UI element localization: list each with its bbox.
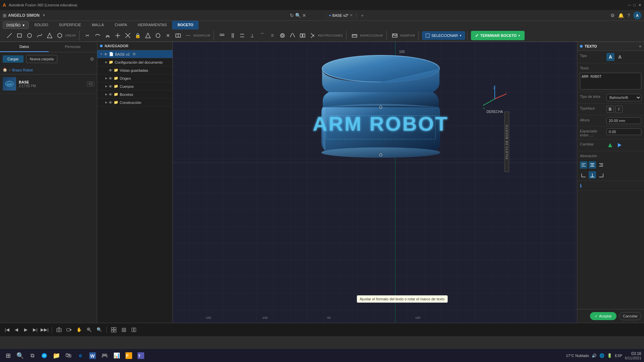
align-bottom-center-btn[interactable] <box>589 171 596 179</box>
lock-tool[interactable]: 🔒 <box>133 31 143 40</box>
minimize-btn[interactable]: ─ <box>628 3 631 7</box>
horizontal-tool[interactable] <box>217 31 227 40</box>
nav-eye-origen-icon[interactable]: 👁 <box>109 76 112 80</box>
tab-close-icon[interactable]: ✕ <box>350 13 353 17</box>
settings-icon[interactable]: ⚙ <box>610 13 615 18</box>
nav-eye-icon[interactable]: 👁 <box>104 52 108 56</box>
tab-herramientas[interactable]: HERRAMIENTAS <box>132 21 172 29</box>
teams-icon[interactable]: T <box>136 350 146 361</box>
perpendicular-tool[interactable]: ⊥ <box>248 31 257 40</box>
fusion-taskbar-icon[interactable]: F <box>123 350 134 361</box>
cancelar-btn[interactable]: Cancelar <box>619 312 641 320</box>
parallel-tool[interactable] <box>237 31 247 40</box>
coincident-tool[interactable] <box>278 31 287 40</box>
nav-item-config[interactable]: ▶ 📁 Configuración del documento <box>97 58 172 66</box>
word-icon[interactable]: W <box>87 350 98 361</box>
skip-end-btn[interactable]: ▶▶| <box>40 325 49 334</box>
cambiar-up-icon[interactable] <box>606 141 614 149</box>
triangle-tool[interactable] <box>45 31 54 40</box>
next-btn[interactable]: ▶| <box>31 325 40 334</box>
scissors-tool[interactable]: ✂ <box>83 31 92 40</box>
tab-boceto[interactable]: BOCETO <box>172 21 199 29</box>
espaciado-input[interactable] <box>606 128 641 135</box>
bold-btn[interactable]: B <box>606 106 614 113</box>
cross-tool[interactable]: ✕ <box>163 31 173 40</box>
tab-base[interactable]: ● BASE v2* ✕ <box>325 12 357 19</box>
symmetry-tool[interactable] <box>288 31 297 40</box>
altura-input[interactable] <box>606 117 641 124</box>
sketch-panel-toggle[interactable]: PALETA DE BOCETO <box>504 112 509 172</box>
zoom-tool-btn[interactable]: 🔍 <box>95 325 104 334</box>
circle-tool[interactable] <box>25 31 34 40</box>
texto-input[interactable] <box>580 73 641 89</box>
steam-icon[interactable]: 🎮 <box>99 350 110 361</box>
align-center-btn[interactable] <box>589 161 596 169</box>
nav-item-cuerpos[interactable]: ▶ 👁 📁 Cuerpos <box>97 82 172 90</box>
refresh-icon[interactable]: ↻ <box>290 13 294 18</box>
nav-eye-bocetos-icon[interactable]: 👁 <box>109 93 112 97</box>
gear-icon[interactable]: ⚙ <box>90 56 94 62</box>
new-tab-btn[interactable]: + <box>358 11 366 19</box>
battery-icon[interactable]: 🔋 <box>607 353 612 358</box>
prev-btn[interactable]: ◀ <box>12 325 21 334</box>
design-dropdown[interactable]: DISEÑO ▼ <box>3 21 29 29</box>
tab-malla[interactable]: MALLA <box>87 21 109 29</box>
camera-tool-btn[interactable] <box>55 325 63 334</box>
vertical-tool[interactable] <box>227 31 237 40</box>
skip-start-btn[interactable]: |◀ <box>3 325 11 334</box>
cambiar-play-icon[interactable] <box>616 141 623 149</box>
cargar-btn[interactable]: Cargar <box>3 55 23 63</box>
type-outline-btn[interactable]: A <box>616 53 624 61</box>
nav-item-origen[interactable]: ▶ 👁 📁 Origen <box>97 74 172 82</box>
polygon-tool[interactable] <box>55 31 64 40</box>
align-bottom-left-btn[interactable] <box>580 171 587 179</box>
trim-tool[interactable] <box>123 31 132 40</box>
maximize-btn[interactable]: □ <box>633 3 636 7</box>
grid-icon[interactable]: ⊞ <box>3 13 7 18</box>
terminar-boceto-btn[interactable]: ✓ TERMINAR BOCETO ▼ <box>471 31 525 40</box>
home-icon[interactable]: 🏠 <box>3 68 7 72</box>
start-btn[interactable]: ⊞ <box>3 350 13 361</box>
units-btn[interactable] <box>129 325 138 334</box>
bell-icon[interactable]: 🔔 <box>618 13 624 18</box>
play-btn[interactable]: ▶ <box>21 325 30 334</box>
midpoint-tool[interactable] <box>298 31 307 40</box>
aceptar-btn[interactable]: ✓ Aceptar <box>590 312 616 320</box>
gizmo[interactable]: X Y Z DERECHA <box>483 85 506 112</box>
tab-solido[interactable]: SOLIDO <box>29 21 54 29</box>
edge2-icon[interactable]: e <box>75 350 86 361</box>
taskbar-clock[interactable]: 03:16 6/11/2021 <box>625 351 641 360</box>
file-item[interactable]: BASE BASE 2:17:55 PM V2 <box>0 74 97 94</box>
panel-tab-personas[interactable]: Personas <box>49 42 97 52</box>
panel-expand-icon[interactable]: » <box>639 44 641 49</box>
more-tool[interactable]: ⋯ <box>183 31 193 40</box>
record-tool-btn[interactable] <box>65 325 73 334</box>
rect-tool[interactable] <box>15 31 24 40</box>
nav-eye-cuerpos-icon[interactable]: 👁 <box>109 84 112 88</box>
network-icon[interactable]: 🌐 <box>599 353 604 358</box>
zoom-fit-btn[interactable] <box>85 325 94 334</box>
task-manager-icon[interactable]: 📊 <box>111 350 122 361</box>
nav-settings-icon[interactable]: ⚙ <box>132 52 136 56</box>
file-version[interactable]: V2 <box>87 81 94 86</box>
nueva-carpeta-btn[interactable]: Nueva carpeta <box>26 55 58 63</box>
tangent-tool[interactable]: ⌒ <box>258 31 267 40</box>
close-btn[interactable]: ✕ <box>638 3 641 7</box>
grid-display-btn[interactable] <box>119 325 128 334</box>
nav-item-vistas[interactable]: ▶ 👁 📁 Vistas guardadas <box>97 66 172 74</box>
fix-tool[interactable] <box>308 31 317 40</box>
nav-item-bocetos[interactable]: ▶ 👁 📁 Bocetos <box>97 90 172 99</box>
folder-taskbar-icon[interactable]: 📁 <box>51 350 62 361</box>
nav-item-construccion[interactable]: ▶ 👁 📁 Construcción <box>97 99 172 107</box>
seleccionar-btn[interactable]: SELECCIONAR ▼ <box>422 31 465 40</box>
panel-tab-datos[interactable]: Datos <box>0 42 49 52</box>
edge-icon[interactable] <box>39 350 50 361</box>
tipo-letra-select[interactable]: Bahnschrift <box>606 94 641 101</box>
user-avatar[interactable]: A <box>633 11 641 19</box>
nav-eye-construccion-icon[interactable]: 👁 <box>109 101 112 105</box>
language-indicator[interactable]: ESP <box>615 354 622 358</box>
italic-btn[interactable]: I <box>615 106 623 113</box>
pattern-tool[interactable] <box>113 31 122 40</box>
search-taskbar-btn[interactable]: 🔍 <box>15 350 25 361</box>
rect-split-tool[interactable] <box>173 31 183 40</box>
